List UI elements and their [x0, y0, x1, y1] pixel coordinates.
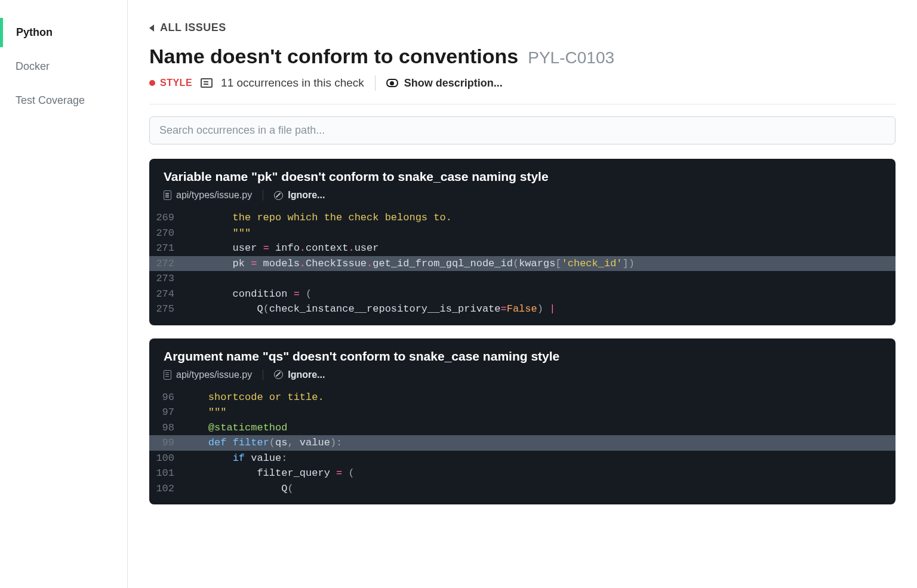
code-line: 272 pk = models.CheckIssue.get_id_from_g…	[149, 256, 896, 272]
code-text: if value:	[184, 451, 287, 466]
ignore-button[interactable]: Ignore...	[274, 370, 325, 380]
code-line: 98 @staticmethod	[149, 420, 896, 436]
code-text: filter_query = (	[184, 466, 355, 481]
ignore-label: Ignore...	[288, 190, 325, 201]
line-number: 102	[149, 481, 184, 497]
status-dot-icon	[149, 80, 155, 86]
sidebar: PythonDockerTest Coverage	[0, 0, 128, 588]
code-text: Q(check_instance__repository__is_private…	[184, 301, 555, 317]
line-number: 96	[149, 390, 184, 405]
show-description-button[interactable]: Show description...	[386, 77, 503, 90]
line-number: 273	[149, 271, 184, 287]
code-line: 100 if value:	[149, 451, 896, 466]
ban-icon	[274, 191, 283, 200]
code-text: Q(	[184, 481, 294, 497]
code-text: condition = (	[184, 287, 312, 302]
line-number: 98	[149, 420, 184, 436]
search-input[interactable]	[149, 116, 896, 144]
file-chip[interactable]: api/types/issue.py	[164, 370, 263, 380]
list-icon	[201, 78, 213, 88]
line-number: 275	[149, 301, 184, 317]
ignore-label: Ignore...	[288, 370, 325, 380]
code-line: 101 filter_query = (	[149, 466, 896, 481]
line-number: 269	[149, 210, 184, 226]
file-path: api/types/issue.py	[176, 190, 252, 201]
code-line: 102 Q(	[149, 481, 896, 497]
separator	[375, 75, 376, 91]
issue-code: PYL-C0103	[528, 48, 614, 67]
line-number: 97	[149, 405, 184, 420]
sidebar-item-python[interactable]: Python	[0, 18, 127, 47]
code-text: pk = models.CheckIssue.get_id_from_gql_n…	[184, 256, 635, 272]
file-chip[interactable]: api/types/issue.py	[164, 190, 263, 201]
code-text: @staticmethod	[184, 420, 287, 436]
issue-title: Name doesn't conform to conventions	[149, 45, 518, 68]
line-number: 271	[149, 241, 184, 256]
show-description-label: Show description...	[404, 77, 503, 90]
code-text: user = info.context.user	[184, 241, 379, 256]
occurrences-text: 11 occurrences in this check	[221, 76, 364, 90]
code-block: Argument name "qs" doesn't conform to sn…	[149, 338, 896, 505]
chevron-left-icon	[149, 24, 154, 32]
code-body: 96 shortcode or title.97 """98 @staticme…	[149, 390, 896, 505]
code-text: """	[184, 405, 226, 420]
code-line: 96 shortcode or title.	[149, 390, 896, 405]
breadcrumb[interactable]: ALL ISSUES	[149, 21, 917, 34]
ban-icon	[274, 370, 283, 379]
code-text: shortcode or title.	[184, 390, 324, 405]
line-number: 101	[149, 466, 184, 481]
code-line: 273	[149, 271, 896, 287]
code-line: 269 the repo which the check belongs to.	[149, 210, 896, 226]
breadcrumb-label: ALL ISSUES	[160, 21, 226, 34]
code-text: def filter(qs, value):	[184, 435, 342, 451]
file-path: api/types/issue.py	[176, 370, 252, 380]
code-line: 97 """	[149, 405, 896, 420]
style-tag: STYLE	[149, 78, 192, 88]
line-number: 272	[149, 256, 184, 272]
line-number: 270	[149, 226, 184, 241]
code-text: """	[184, 226, 251, 241]
code-line: 274 condition = (	[149, 287, 896, 302]
occurrence-title: Argument name "qs" doesn't conform to sn…	[164, 349, 881, 364]
code-line: 275 Q(check_instance__repository__is_pri…	[149, 301, 896, 317]
file-icon	[164, 190, 171, 200]
sidebar-item-test-coverage[interactable]: Test Coverage	[0, 86, 127, 115]
code-body: 269 the repo which the check belongs to.…	[149, 210, 896, 325]
occurrence-title: Variable name "pk" doesn't conform to sn…	[164, 170, 881, 184]
tag-label: STYLE	[160, 78, 192, 88]
line-number: 100	[149, 451, 184, 466]
line-number: 274	[149, 287, 184, 302]
sidebar-item-docker[interactable]: Docker	[0, 52, 127, 81]
main-content: ALL ISSUES Name doesn't conform to conve…	[128, 0, 917, 588]
eye-icon	[386, 79, 398, 87]
code-text: the repo which the check belongs to.	[184, 210, 452, 226]
ignore-button[interactable]: Ignore...	[274, 190, 325, 201]
code-line: 99 def filter(qs, value):	[149, 435, 896, 451]
code-block: Variable name "pk" doesn't conform to sn…	[149, 159, 896, 325]
file-icon	[164, 370, 171, 380]
code-line: 270 """	[149, 226, 896, 241]
line-number: 99	[149, 435, 184, 451]
code-line: 271 user = info.context.user	[149, 241, 896, 256]
